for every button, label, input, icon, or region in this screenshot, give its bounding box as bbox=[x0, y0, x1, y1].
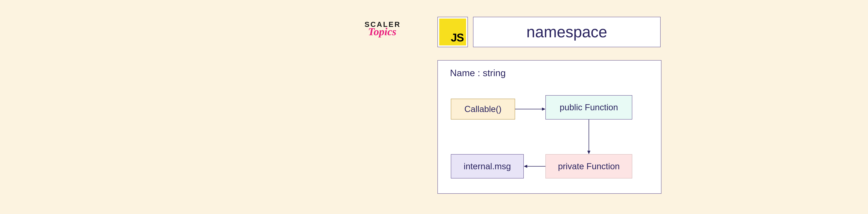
internal-msg-node: internal.msg bbox=[451, 154, 524, 178]
private-function-node: private Function bbox=[546, 154, 632, 178]
title-box: namespace bbox=[473, 17, 660, 47]
arrow-private-to-internal bbox=[524, 164, 546, 169]
name-string-label: Name : string bbox=[450, 67, 651, 78]
js-icon: JS bbox=[439, 19, 466, 45]
callable-node: Callable() bbox=[451, 99, 515, 119]
js-badge: JS bbox=[437, 17, 468, 47]
diagram-canvas: SCALER Topics JS namespace Name : string… bbox=[365, 12, 677, 202]
public-function-node: public Function bbox=[546, 95, 632, 119]
svg-marker-5 bbox=[524, 165, 527, 168]
svg-marker-3 bbox=[587, 151, 590, 154]
header-row: JS namespace bbox=[437, 17, 660, 47]
logo-topics-text: Topics bbox=[368, 26, 416, 38]
public-function-label: public Function bbox=[560, 102, 618, 112]
arrow-callable-to-public bbox=[515, 106, 546, 112]
scaler-logo: SCALER Topics bbox=[365, 20, 416, 38]
callable-node-label: Callable() bbox=[464, 104, 501, 114]
internal-msg-label: internal.msg bbox=[464, 161, 511, 171]
namespace-diagram: Name : string Callable() public Function… bbox=[437, 60, 661, 194]
private-function-label: private Function bbox=[558, 161, 620, 171]
js-icon-text: JS bbox=[451, 31, 464, 44]
arrow-public-to-private bbox=[587, 119, 591, 154]
title-text: namespace bbox=[526, 23, 607, 41]
svg-marker-1 bbox=[542, 108, 546, 111]
